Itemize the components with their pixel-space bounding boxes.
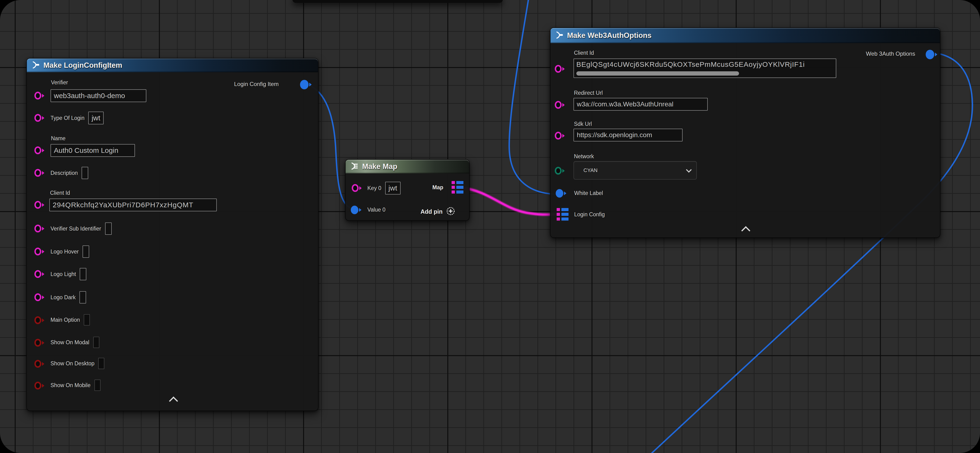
verifier-sub-identifier-field[interactable] — [105, 222, 112, 235]
add-pin-button[interactable]: Add pin — [420, 206, 455, 217]
node-make-web3authoptions[interactable]: Make Web3AuthOptions Client Id BEglQSgt4… — [550, 27, 940, 238]
map-output-label: Map — [433, 184, 443, 191]
key0-label: Key 0 — [368, 185, 381, 192]
network-label: Network — [574, 153, 594, 160]
redirect-url-pin[interactable] — [555, 101, 565, 109]
map-output-pin[interactable] — [452, 181, 463, 193]
logo-hover-pin[interactable] — [34, 247, 45, 255]
client-id-label: Client Id — [574, 50, 594, 56]
redirect-url-label: Redirect Url — [574, 90, 603, 96]
white-label-pin[interactable] — [556, 189, 566, 198]
sdk-url-label: Sdk Url — [574, 121, 592, 127]
network-pin[interactable] — [555, 167, 565, 174]
login-config-pin[interactable] — [557, 208, 568, 220]
white-label-label: White Label — [574, 190, 603, 196]
show-on-modal-checkbox[interactable] — [93, 337, 99, 348]
main-option-label: Main Option — [51, 317, 80, 323]
collapse-node-chevron[interactable] — [741, 226, 750, 235]
offscreen-node-edge — [293, 0, 503, 3]
value0-pin[interactable] — [351, 206, 361, 214]
type-of-login-field[interactable]: jwt — [88, 112, 103, 124]
verifier-label: Verifier — [51, 79, 68, 86]
show-on-mobile-label: Show On Mobile — [51, 382, 91, 388]
main-option-checkbox[interactable] — [84, 314, 90, 326]
web3auth-options-output-pin[interactable] — [926, 50, 937, 59]
logo-light-field[interactable] — [80, 268, 86, 280]
node-header[interactable]: Make Map — [345, 160, 469, 173]
node-make-loginconfigitem[interactable]: Make LoginConfigItem Verifier web3auth-a… — [26, 58, 318, 411]
client-id-scrollbar[interactable] — [576, 71, 739, 76]
key0-pin[interactable] — [352, 184, 362, 192]
verifier-sub-identifier-pin[interactable] — [34, 225, 45, 233]
name-field[interactable]: Auth0 Custom Login — [51, 144, 135, 157]
login-config-item-output-pin[interactable] — [300, 80, 312, 89]
login-config-label: Login Config — [574, 211, 605, 218]
logo-hover-field[interactable] — [83, 246, 89, 258]
main-option-pin[interactable] — [34, 316, 45, 324]
show-on-desktop-checkbox[interactable] — [98, 358, 104, 369]
description-field[interactable] — [81, 167, 88, 179]
type-of-login-pin[interactable] — [34, 114, 45, 122]
sdk-url-field[interactable]: https://sdk.openlogin.com — [573, 129, 682, 141]
logo-dark-field[interactable] — [80, 291, 86, 304]
description-label: Description — [51, 170, 78, 176]
client-id-label: Client Id — [50, 190, 70, 196]
name-label: Name — [51, 135, 65, 142]
verifier-field[interactable]: web3auth-auth0-demo — [51, 89, 146, 102]
logo-dark-pin[interactable] — [34, 293, 45, 301]
verifier-sub-identifier-label: Verifier Sub Identifier — [51, 226, 101, 232]
make-map-icon — [350, 162, 358, 171]
show-on-desktop-pin[interactable] — [34, 360, 45, 368]
web3auth-options-output-label: Web 3Auth Options — [866, 51, 915, 57]
key0-field[interactable]: jwt — [385, 182, 401, 195]
type-of-login-label: Type Of Login — [51, 115, 84, 121]
show-on-modal-label: Show On Modal — [51, 339, 89, 346]
network-dropdown[interactable]: CYAN — [573, 161, 697, 180]
node-title: Make Map — [362, 162, 397, 171]
logo-light-pin[interactable] — [34, 270, 45, 278]
graph-canvas[interactable]: Make LoginConfigItem Verifier web3auth-a… — [0, 0, 980, 453]
verifier-pin[interactable] — [34, 92, 45, 100]
login-config-item-output-label: Login Config Item — [234, 81, 279, 87]
make-struct-icon — [31, 61, 40, 70]
client-id-field[interactable]: BEglQSgt4cUWcj6SKRdu5QkOXTsePmMcusG5EAoy… — [573, 59, 836, 78]
add-pin-label: Add pin — [420, 208, 442, 215]
description-pin[interactable] — [34, 169, 45, 177]
value0-label: Value 0 — [368, 207, 385, 213]
make-struct-icon — [555, 31, 563, 40]
show-on-mobile-pin[interactable] — [34, 382, 45, 390]
node-header[interactable]: Make Web3AuthOptions — [550, 28, 940, 43]
sdk-url-pin[interactable] — [555, 132, 565, 139]
node-make-map[interactable]: Make Map Key 0 jwt Map Value 0 Add pin — [345, 159, 469, 221]
client-id-pin[interactable] — [34, 201, 45, 209]
client-id-field[interactable]: 294QRkchfq2YaXUbPri7D6PH7xzHgQMT — [49, 198, 217, 211]
node-title: Make LoginConfigItem — [43, 61, 122, 70]
logo-dark-label: Logo Dark — [51, 294, 76, 301]
wire-map-to-loginconfig-glow — [461, 188, 558, 215]
node-title: Make Web3AuthOptions — [567, 31, 652, 40]
logo-light-label: Logo Light — [51, 271, 76, 277]
logo-hover-label: Logo Hover — [51, 249, 79, 255]
show-on-desktop-label: Show On Desktop — [51, 360, 94, 367]
show-on-modal-pin[interactable] — [34, 339, 45, 347]
wire-map-to-loginconfig — [461, 188, 558, 215]
add-pin-icon[interactable] — [446, 206, 455, 217]
name-pin[interactable] — [34, 146, 45, 154]
show-on-mobile-checkbox[interactable] — [94, 380, 100, 391]
client-id-pin[interactable] — [555, 65, 565, 73]
collapse-node-chevron[interactable] — [169, 396, 178, 405]
network-dropdown-value: CYAN — [584, 167, 598, 173]
node-header[interactable]: Make LoginConfigItem — [27, 59, 318, 72]
redirect-url-field[interactable]: w3a://com.w3a.Web3AuthUnreal — [573, 98, 708, 111]
chevron-down-icon — [686, 167, 692, 173]
